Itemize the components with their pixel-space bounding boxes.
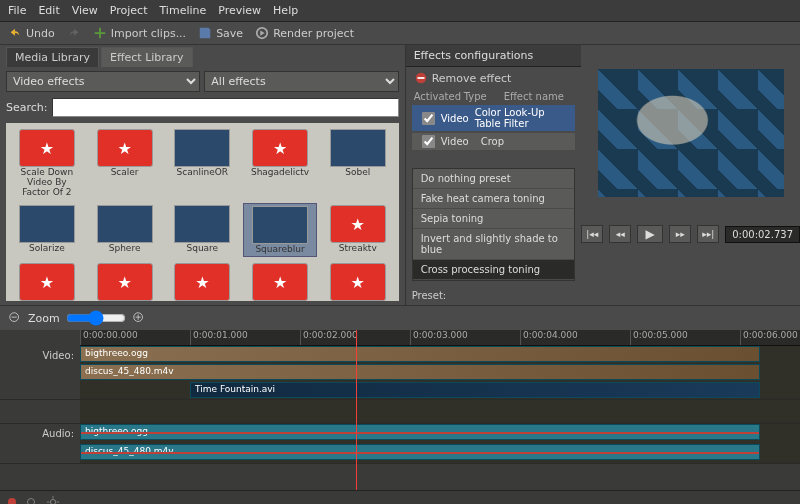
menu-project[interactable]: Project (110, 4, 148, 17)
svg-point-5 (50, 499, 55, 504)
effect-thumb[interactable]: Solarize (10, 203, 84, 257)
search-input[interactable] (52, 98, 399, 117)
zoom-slider[interactable] (66, 310, 126, 326)
shirt-icon (252, 129, 308, 167)
ruler-tick: 0:00:00.000 (80, 330, 190, 345)
zoom-label: Zoom (28, 312, 60, 325)
step-forward-button[interactable]: ▸▸ (669, 225, 691, 243)
effect-thumb[interactable]: ThresholdOR (165, 261, 239, 301)
effect-thumb[interactable]: Shagadelictv (243, 127, 317, 199)
remove-effect-button[interactable]: Remove effect (406, 67, 582, 89)
video-clip[interactable]: discus_45_480.m4v (80, 364, 760, 380)
link-icon[interactable] (24, 495, 38, 504)
undo-button[interactable]: Undo (8, 26, 55, 40)
preset-option[interactable]: Fake heat camera toning (413, 189, 575, 209)
effect-type: Video (441, 113, 469, 124)
effect-thumb[interactable]: ThresholdOR (243, 261, 317, 301)
menu-view[interactable]: View (72, 4, 98, 17)
video-clip[interactable]: bigthreeo.ogg (80, 346, 760, 362)
effect-thumb[interactable]: Sobel (321, 127, 395, 199)
effect-name: Color Look-Up Table Filter (475, 107, 565, 129)
filter-category-select[interactable]: Video effects (6, 71, 200, 92)
audio-clip[interactable]: discus_45_480.m4v (80, 444, 760, 460)
effect-type: Video (441, 136, 475, 147)
tab-media-library[interactable]: Media Library (6, 47, 99, 67)
effect-thumb-label: Sphere (109, 243, 141, 253)
ruler-tick: 0:00:03.000 (410, 330, 520, 345)
effect-thumb[interactable]: Squareblur (243, 203, 317, 257)
shirt-icon (330, 205, 386, 243)
effect-thumb-label: ScanlineOR (177, 167, 228, 177)
audio-clip[interactable]: bigthreeo.ogg (80, 424, 760, 440)
toolbar: Undo Import clips... Save Render project (0, 22, 800, 45)
effect-grid[interactable]: Scale Down Video By Factor Of 2ScalerSca… (6, 123, 399, 301)
effect-thumb[interactable]: TintOR (321, 261, 395, 301)
effect-thumb-label: Shagadelictv (251, 167, 309, 177)
effect-row[interactable]: Video Crop (412, 133, 576, 150)
preview-viewport[interactable] (598, 69, 784, 197)
preset-option[interactable]: Cross processing toning (413, 260, 575, 280)
effect-thumb[interactable]: Scaler (88, 127, 162, 199)
effect-thumb[interactable]: Square (165, 203, 239, 257)
timecode[interactable]: 0:00:02.737 (725, 226, 800, 243)
effect-thumb-label: Square (186, 243, 218, 253)
timeline[interactable]: 0:00:00.0000:00:01.0000:00:02.0000:00:03… (0, 330, 800, 490)
menu-file[interactable]: File (8, 4, 26, 17)
effects-config-panel: Effects configurations Remove effect Act… (406, 45, 582, 305)
menu-preview[interactable]: Preview (218, 4, 261, 17)
col-type: Type (464, 91, 498, 102)
effect-activated-checkbox[interactable] (422, 135, 435, 148)
save-button[interactable]: Save (198, 26, 243, 40)
effect-thumb[interactable]: ScanlineOR (165, 127, 239, 199)
import-label: Import clips... (111, 27, 186, 40)
video-clip[interactable]: Time Fountain.avi (190, 382, 760, 398)
effect-thumb[interactable]: Sphere (88, 203, 162, 257)
effect-thumb[interactable]: Stretch (10, 261, 84, 301)
preset-option[interactable]: Invert and slightly shade to blue (413, 229, 575, 260)
redo-icon (67, 26, 81, 40)
effect-thumb-label: Solarize (29, 243, 65, 253)
shirt-icon (97, 263, 153, 301)
save-icon (198, 26, 212, 40)
play-button[interactable]: ▶ (637, 225, 663, 243)
goto-end-button[interactable]: ▸▸| (697, 225, 719, 243)
preview-panel: |◂◂ ◂◂ ▶ ▸▸ ▸▸| 0:00:02.737 (581, 45, 800, 305)
transport-controls: |◂◂ ◂◂ ▶ ▸▸ ▸▸| 0:00:02.737 (581, 225, 800, 243)
preset-option[interactable]: Sepia toning (413, 209, 575, 229)
effect-thumb[interactable]: Scale Down Video By Factor Of 2 (10, 127, 84, 199)
menubar: File Edit View Project Timeline Preview … (0, 0, 800, 22)
tab-effect-library[interactable]: Effect Library (101, 47, 193, 67)
import-button[interactable]: Import clips... (93, 26, 186, 40)
ruler-tick: 0:00:02.000 (300, 330, 410, 345)
menu-edit[interactable]: Edit (38, 4, 59, 17)
menu-timeline[interactable]: Timeline (159, 4, 206, 17)
goto-start-button[interactable]: |◂◂ (581, 225, 603, 243)
preset-dropdown[interactable]: Do nothing presetFake heat camera toning… (412, 168, 576, 281)
effect-name: Crop (481, 136, 504, 147)
playhead[interactable] (356, 330, 357, 490)
effect-thumb[interactable]: Streaktv (321, 203, 395, 257)
effect-activated-checkbox[interactable] (422, 112, 435, 125)
menu-help[interactable]: Help (273, 4, 298, 17)
effect-thumb-label: Streaktv (339, 243, 377, 253)
redo-button[interactable] (67, 26, 81, 40)
col-activated: Activated (414, 91, 458, 102)
step-back-button[interactable]: ◂◂ (609, 225, 631, 243)
effect-thumb[interactable]: TehroxxOR (88, 261, 162, 301)
gear-icon[interactable] (46, 495, 60, 504)
ruler-tick: 0:00:01.000 (190, 330, 300, 345)
effect-preview-icon (19, 205, 75, 243)
audio-track-1[interactable]: bigthreeo.ogg discus_45_480.m4v (80, 424, 800, 463)
zoom-out-icon[interactable] (8, 311, 22, 325)
effect-row[interactable]: Video Color Look-Up Table Filter (412, 105, 576, 131)
time-ruler[interactable]: 0:00:00.0000:00:01.0000:00:02.0000:00:03… (80, 330, 800, 346)
render-button[interactable]: Render project (255, 26, 354, 40)
render-label: Render project (273, 27, 354, 40)
zoom-in-icon[interactable] (132, 311, 146, 325)
preset-option[interactable]: Do nothing preset (413, 169, 575, 189)
filter-scope-select[interactable]: All effects (204, 71, 398, 92)
effect-thumb-label: Squareblur (255, 244, 304, 254)
video-track-label: Video: (0, 346, 80, 399)
video-track-1[interactable]: bigthreeo.ogg discus_45_480.m4v Time Fou… (80, 346, 800, 399)
preset-label: Preset: (412, 290, 447, 301)
